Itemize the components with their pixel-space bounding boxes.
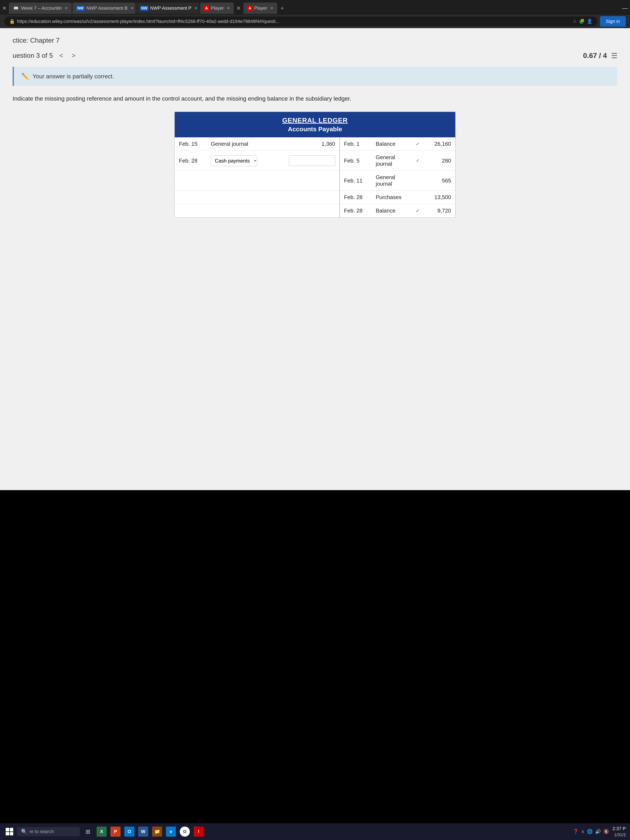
- lock-icon: 🔒: [9, 19, 15, 24]
- extensions-icon[interactable]: 🧩: [579, 19, 585, 24]
- tab-player-2[interactable]: A Player ✕: [243, 3, 277, 14]
- prev-question-button[interactable]: <: [57, 51, 65, 60]
- tab-close-nwp-p[interactable]: ✕: [194, 6, 197, 11]
- left-amount-2: [276, 151, 339, 171]
- right-ref-1: ✓: [412, 137, 426, 151]
- left-amount-5: [276, 204, 339, 218]
- left-date-2: Feb. 28: [175, 151, 207, 171]
- amount-input-feb28[interactable]: [289, 155, 335, 166]
- taskbar-app-file[interactable]: 📁: [151, 826, 163, 837]
- tab-icon-nwp-p: NW: [140, 6, 148, 11]
- tab-icon-a-1: A: [204, 6, 209, 11]
- tab-label-player-2: Player: [254, 5, 267, 11]
- right-ref-3: [412, 171, 426, 191]
- red-app-icon: !: [194, 827, 204, 837]
- black-background: [0, 490, 630, 840]
- right-desc-5: Balance: [371, 204, 412, 218]
- tab-close-x-mid[interactable]: ✕: [236, 5, 241, 11]
- task-view-icon: ⊞: [85, 828, 90, 835]
- left-amount-3: [276, 171, 339, 191]
- tab-close-nwp-b[interactable]: ✕: [130, 6, 134, 11]
- star-icon[interactable]: ☆: [573, 19, 577, 24]
- ledger-subtitle: Accounts Payable: [175, 124, 455, 136]
- tab-player-1[interactable]: A Player ✕: [200, 3, 234, 14]
- tab-close-player-1[interactable]: ✕: [227, 6, 230, 11]
- tab-icon-nwp-b: NW: [76, 6, 85, 11]
- windows-logo: [6, 828, 13, 835]
- search-icon: 🔍: [21, 829, 27, 835]
- practice-title: ctice: Chapter 7: [13, 35, 617, 46]
- taskbar-search[interactable]: 🔍 re to search: [17, 827, 80, 836]
- window-controls: —: [622, 5, 628, 11]
- tab-nwp-b[interactable]: NW NWP Assessment B ✕: [73, 3, 136, 14]
- tab-close-player-2[interactable]: ✕: [270, 6, 273, 11]
- taskbar-app-chrome[interactable]: G: [179, 826, 191, 837]
- taskbar-app-red[interactable]: !: [193, 826, 205, 837]
- question-nav-left: uestion 3 of 5 < >: [13, 51, 78, 60]
- tab-label-player-1: Player: [211, 5, 224, 11]
- outlook-icon: O: [124, 827, 134, 837]
- chrome-icon: G: [180, 827, 190, 837]
- ledger-header: GENERAL LEDGER Accounts Payable: [175, 112, 455, 137]
- address-bar-row: 🔒 https://education.wiley.com/was/ui/v2/…: [0, 15, 630, 28]
- feedback-text: Your answer is partially correct.: [33, 73, 114, 80]
- ledger-table: Feb. 15 General journal 1,360 Feb. 1 Bal…: [175, 137, 455, 217]
- clock-date: 1/31/2: [613, 832, 626, 838]
- left-desc-1: General journal: [207, 137, 276, 151]
- table-row: Feb. 15 General journal 1,360 Feb. 1 Bal…: [175, 137, 455, 151]
- left-desc-3: [207, 171, 276, 191]
- file-explorer-icon: 📁: [152, 827, 162, 837]
- right-date-3: Feb. 11: [339, 171, 371, 191]
- sign-in-button[interactable]: Sign in: [600, 16, 626, 27]
- tray-speaker2-icon: 🔇: [603, 829, 609, 834]
- taskbar-clock[interactable]: 2:37 P 1/31/2: [613, 826, 626, 838]
- question-label: uestion 3 of 5: [13, 52, 53, 59]
- taskbar-app-outlook[interactable]: O: [123, 826, 135, 837]
- tab-label-nwp-p: NWP Assessment P: [150, 5, 191, 11]
- next-question-button[interactable]: >: [69, 51, 78, 60]
- taskbar-tray: ❓ ∧ 🌐 🔊 🔇 2:37 P 1/31/2: [573, 826, 626, 838]
- left-date-4: [175, 191, 207, 204]
- tab-label-nwp-b: NWP Assessment B: [86, 5, 128, 11]
- right-amount-5: 9,720: [426, 204, 455, 218]
- taskbar-app-powerpoint[interactable]: P: [110, 826, 122, 837]
- right-date-5: Feb. 28: [339, 204, 371, 218]
- table-row: Feb. 28 Cash payments General journal Pu…: [175, 151, 455, 171]
- taskbar-app-word[interactable]: W: [137, 826, 149, 837]
- tab-close-week7[interactable]: ✕: [65, 6, 68, 11]
- tab-label-week7: Week 7 – Accountin: [21, 5, 62, 11]
- system-tray: ❓ ∧ 🌐 🔊 🔇: [573, 829, 609, 834]
- profile-icon[interactable]: 👤: [587, 19, 592, 24]
- powerpoint-icon: P: [111, 827, 120, 837]
- right-date-1: Feb. 1: [339, 137, 371, 151]
- taskbar-app-excel[interactable]: X: [96, 826, 107, 837]
- right-ref-2: ✓: [412, 151, 426, 171]
- score-display: 0.67 / 4 ☰: [583, 51, 617, 60]
- tab-week7[interactable]: 📖 Week 7 – Accountin ✕: [9, 3, 72, 14]
- right-date-4: Feb. 28: [339, 191, 371, 204]
- right-desc-3: Generaljournal: [371, 171, 412, 191]
- left-amount-1: 1,360: [276, 137, 339, 151]
- task-view-button[interactable]: ⊞: [82, 826, 94, 837]
- tab-nwp-p[interactable]: NW NWP Assessment P ✕: [136, 3, 199, 14]
- right-amount-3: 565: [426, 171, 455, 191]
- start-button[interactable]: [4, 826, 15, 837]
- word-icon: W: [138, 827, 148, 837]
- taskbar-app-edge[interactable]: e: [165, 826, 177, 837]
- close-window-icon[interactable]: ✕: [2, 5, 7, 11]
- clock-time: 2:37 P: [613, 826, 626, 832]
- new-tab-button[interactable]: +: [278, 3, 286, 13]
- address-bar[interactable]: 🔒 https://education.wiley.com/was/ui/v2/…: [4, 17, 597, 26]
- menu-icon[interactable]: ☰: [611, 51, 617, 60]
- left-desc-2: Cash payments General journal Purchases: [207, 151, 276, 171]
- right-amount-4: 13,500: [426, 191, 455, 204]
- excel-icon: X: [96, 827, 107, 837]
- question-nav: uestion 3 of 5 < > 0.67 / 4 ☰: [13, 51, 617, 60]
- table-row: Feb. 11 Generaljournal 565: [175, 171, 455, 191]
- left-amount-4: [276, 191, 339, 204]
- tab-bar: ✕ 📖 Week 7 – Accountin ✕ NW NWP Assessme…: [0, 0, 630, 15]
- cash-payments-dropdown[interactable]: Cash payments General journal Purchases: [211, 155, 257, 166]
- minimize-button[interactable]: —: [622, 5, 628, 11]
- ledger-title: GENERAL LEDGER: [175, 117, 455, 124]
- right-amount-1: 26,160: [426, 137, 455, 151]
